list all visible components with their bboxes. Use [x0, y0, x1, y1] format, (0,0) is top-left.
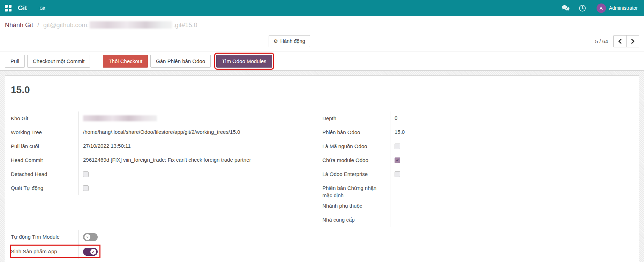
breadcrumb-separator: /: [37, 22, 39, 29]
field-value: 29612469d [FIX] viin_foreign_trade: Fix …: [78, 153, 317, 167]
field-value-empty: [390, 213, 633, 227]
breadcrumb-repo-prefix: git@github.com:: [43, 22, 89, 29]
field-group-left: Kho Git Working Tree /home/hang/.local/s…: [11, 111, 317, 259]
field-grid: Kho Git Working Tree /home/hang/.local/s…: [11, 111, 633, 259]
field-row-is-odoo-enterprise: Là Odoo Enterprise ✓: [322, 167, 633, 181]
user-name[interactable]: Administrator: [609, 5, 638, 11]
control-panel-row: ⚙ Hành động 5 / 64: [0, 31, 644, 52]
pager: 5 / 64: [595, 35, 639, 47]
find-odoo-modules-button[interactable]: Tìm Odoo Modules: [216, 55, 272, 68]
field-value: 27/10/2022 13:50:11: [78, 139, 317, 153]
field-row-auto-scan: Quét Tự động ✓: [11, 181, 317, 195]
auto-scan-checkbox[interactable]: ✓: [83, 185, 89, 191]
field-row-default-cert-version: Phiên bản Chứng nhận mặc định: [322, 181, 633, 199]
field-label: Quét Tự động: [11, 181, 78, 195]
field-value: /home/hang/.local/share/Odoo/filestore/a…: [78, 125, 317, 139]
field-row-dependent-branch: Nhánh phụ thuộc: [322, 199, 633, 213]
field-label: Là Mã nguồn Odoo: [322, 139, 390, 153]
field-label: Head Commit: [11, 153, 78, 167]
field-label: Phiên bản Odoo: [322, 125, 390, 139]
field-row-kho-git: Kho Git: [11, 111, 317, 125]
field-label: Nhà cung cấp: [322, 213, 390, 227]
checkout-commit-button[interactable]: Checkout một Commit: [27, 55, 90, 68]
generate-app-product-toggle[interactable]: ✓: [83, 248, 98, 256]
field-label: Detached Head: [11, 167, 78, 181]
is-odoo-source-checkbox[interactable]: ✓: [395, 144, 400, 149]
pull-button[interactable]: Pull: [5, 55, 25, 68]
field-row-head-commit: Head Commit 29612469d [FIX] viin_foreign…: [11, 153, 317, 167]
topbar: Git Git A Administrator: [0, 0, 644, 16]
field-value: 0: [390, 111, 633, 125]
field-label: Phiên bản Chứng nhận mặc định: [322, 181, 390, 199]
blurred-repo-value: [83, 115, 157, 121]
action-menu-label: Hành động: [280, 38, 305, 44]
apps-grid-icon[interactable]: [5, 5, 12, 11]
clock-activities-icon[interactable]: [579, 5, 586, 12]
toggle-knob-x-icon: ×: [84, 234, 90, 240]
detached-head-checkbox[interactable]: ✓: [83, 171, 89, 177]
topbar-right: A Administrator: [553, 3, 638, 13]
field-row-last-pull: Pull lần cuối 27/10/2022 13:50:11: [11, 139, 317, 153]
statusbar: Pull Checkout một Commit Thôi Checkout G…: [0, 52, 644, 71]
field-label: Nhánh phụ thuộc: [322, 199, 390, 213]
field-value-empty: [390, 199, 633, 213]
field-row-working-tree: Working Tree /home/hang/.local/share/Odo…: [11, 125, 317, 139]
assign-odoo-version-button[interactable]: Gán Phiên bản Odoo: [150, 55, 211, 68]
app-brand[interactable]: Git: [18, 4, 27, 12]
form-sheet: 15.0 Kho Git Working Tree /home/hang/.lo…: [5, 75, 639, 262]
toggle-knob-check-icon: ✓: [90, 249, 96, 255]
action-menu-button[interactable]: ⚙ Hành động: [269, 35, 310, 47]
record-title: 15.0: [11, 84, 633, 95]
gear-icon: ⚙: [274, 39, 278, 44]
pager-count: 5 / 64: [595, 38, 608, 44]
field-label: Là Odoo Enterprise: [322, 167, 390, 181]
spacer: [11, 195, 317, 230]
breadcrumb-parent-link[interactable]: Nhánh Git: [5, 22, 33, 29]
field-label: Tự động Tìm Module: [11, 230, 78, 245]
user-avatar[interactable]: A: [597, 3, 606, 13]
auto-find-module-toggle[interactable]: ×: [83, 233, 98, 241]
field-row-generate-app-product: Sinh Sản phẩm App ✓: [11, 245, 317, 259]
field-label: Pull lần cuối: [11, 139, 78, 153]
field-row-auto-find-module: Tự động Tìm Module ×: [11, 230, 317, 245]
field-row-contains-odoo-module: Chứa module Odoo ✓: [322, 153, 633, 167]
field-label: Kho Git: [11, 111, 78, 125]
field-label: Sinh Sản phẩm App: [11, 245, 78, 259]
field-label: Depth: [322, 111, 390, 125]
is-odoo-enterprise-checkbox[interactable]: ✓: [395, 171, 400, 177]
field-row-is-odoo-source: Là Mã nguồn Odoo ✓: [322, 139, 633, 153]
chat-icon[interactable]: [562, 5, 570, 11]
field-value-empty: [390, 181, 633, 199]
breadcrumb: Nhánh Git / git@github.com:.git#15.0: [0, 16, 644, 31]
field-row-vendor: Nhà cung cấp: [322, 213, 633, 227]
field-row-detached-head: Detached Head ✓: [11, 167, 317, 181]
breadcrumb-repo-suffix: .git#15.0: [173, 22, 197, 29]
menu-item-git[interactable]: Git: [39, 6, 45, 11]
field-label: Chứa module Odoo: [322, 153, 390, 167]
field-group-right: Depth 0 Phiên bản Odoo 15.0 Là Mã nguồn …: [322, 111, 633, 259]
field-label: Working Tree: [11, 125, 78, 139]
field-row-odoo-version: Phiên bản Odoo 15.0: [322, 125, 633, 139]
form-background: 15.0 Kho Git Working Tree /home/hang/.lo…: [0, 71, 644, 262]
pager-buttons: [613, 35, 639, 47]
pager-previous-button[interactable]: [614, 36, 626, 47]
pager-next-button[interactable]: [626, 36, 639, 47]
breadcrumb-blurred-repo: [90, 21, 172, 29]
field-value: 15.0: [390, 125, 633, 139]
field-row-depth: Depth 0: [322, 111, 633, 125]
stop-checkout-button[interactable]: Thôi Checkout: [103, 55, 148, 68]
contains-odoo-module-checkbox[interactable]: ✓: [395, 157, 400, 163]
